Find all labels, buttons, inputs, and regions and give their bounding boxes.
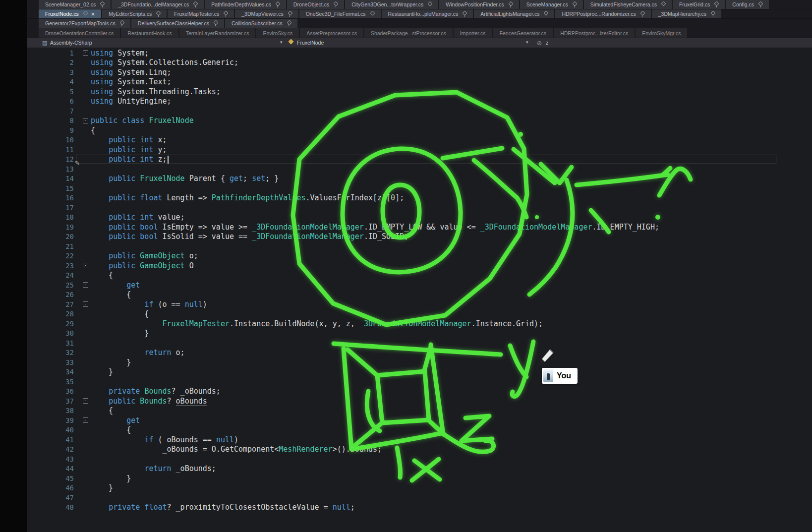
type-dropdown[interactable]: FruxelNode: [297, 40, 324, 46]
code-line[interactable]: 30 }: [27, 329, 812, 339]
code-line[interactable]: 23- public GameObject O: [27, 261, 812, 271]
code-line[interactable]: 18 public int value;: [27, 213, 812, 223]
code-line[interactable]: 24 {: [27, 271, 812, 281]
editor-tab[interactable]: Importer.cs: [454, 28, 492, 38]
editor-tab[interactable]: Generator2ExportMapTools.cs: [39, 19, 130, 28]
code-line[interactable]: 16 public float Length => PathfinderDept…: [27, 193, 812, 203]
code-line[interactable]: 27- if (o == null): [27, 299, 812, 309]
editor-tab[interactable]: HDRPPostproc...Randomizer.cs: [555, 9, 650, 18]
pin-icon[interactable]: [213, 20, 218, 26]
pin-icon[interactable]: [427, 1, 432, 7]
code-line[interactable]: 32 return o;: [27, 348, 812, 358]
pin-icon[interactable]: [508, 1, 513, 7]
code-line[interactable]: 13: [27, 164, 812, 174]
code-line[interactable]: 7: [27, 106, 812, 116]
code-editor[interactable]: 1-using System;2using System.Collections…: [27, 48, 812, 532]
editor-tab[interactable]: ShaderPackage...stProcessor.cs: [364, 28, 453, 38]
project-dropdown[interactable]: Assembly-CSharp: [50, 40, 92, 46]
pin-icon[interactable]: [275, 1, 280, 7]
editor-tab[interactable]: ArtificialLightsManager.cs: [474, 9, 554, 18]
editor-tab[interactable]: FruxelGrid.cs: [673, 0, 725, 9]
fold-collapse-icon[interactable]: -: [83, 301, 88, 307]
code-line[interactable]: 12✎ public int z;: [27, 155, 812, 165]
close-icon[interactable]: ×: [91, 11, 95, 17]
editor-tab[interactable]: SceneManager.cs: [520, 0, 583, 9]
editor-tab[interactable]: Config.cs: [726, 0, 769, 9]
fold-collapse-icon[interactable]: -: [83, 282, 88, 288]
code-line[interactable]: 37- public Bounds? oBounds: [27, 396, 812, 406]
editor-tab[interactable]: RestaurantHo...pleManager.cs: [382, 9, 473, 18]
pin-icon[interactable]: [543, 11, 548, 17]
code-line[interactable]: 11 public int y;: [27, 145, 812, 155]
pin-icon[interactable]: [119, 20, 124, 26]
editor-tab[interactable]: DroneObject.cs: [287, 0, 344, 9]
code-line[interactable]: 3using System.Linq;: [27, 67, 812, 77]
editor-tab[interactable]: FencesGenerator.cs: [493, 28, 553, 38]
editor-tab[interactable]: PathfinderDepthValues.cs: [205, 0, 286, 9]
editor-tab[interactable]: WindowPositionFinder.cs: [439, 0, 519, 9]
pin-icon[interactable]: [572, 1, 577, 7]
chevron-down-icon[interactable]: ▾: [526, 40, 528, 45]
code-line[interactable]: 25- get: [27, 280, 812, 290]
pin-icon[interactable]: [193, 1, 197, 7]
member-dropdown[interactable]: z: [546, 40, 548, 46]
editor-tab[interactable]: CollisionSubscriber.cs: [225, 19, 297, 28]
editor-tab[interactable]: _3DMapHierarchy.cs: [652, 9, 721, 18]
code-line[interactable]: 20 public bool IsSolid => value == _3DFo…: [27, 232, 812, 242]
editor-tab[interactable]: _3DMapViewer.cs: [235, 9, 298, 18]
pin-icon[interactable]: [83, 11, 87, 17]
code-line[interactable]: 9{: [27, 125, 812, 135]
editor-tab[interactable]: TerrainLayerRandomizer.cs: [179, 28, 256, 38]
pin-icon[interactable]: [287, 20, 291, 26]
code-line[interactable]: 19 public bool IsEmpty => value >= _3DFo…: [27, 222, 812, 232]
code-line[interactable]: 14 public FruxelNode Parent { get; set; …: [27, 174, 812, 184]
editor-tab[interactable]: SceneManager_02.cs: [39, 0, 111, 9]
code-line[interactable]: 36 private Bounds? _oBounds;: [27, 387, 812, 397]
editor-tab[interactable]: MyEditorScripts.cs: [102, 9, 167, 18]
pin-icon[interactable]: [462, 11, 466, 17]
fold-collapse-icon[interactable]: -: [83, 263, 88, 268]
code-line[interactable]: 8-public class FruxelNode: [27, 116, 812, 126]
code-line[interactable]: 43: [27, 454, 812, 464]
code-line[interactable]: 42 _oBounds = O.GetComponent<MeshRendere…: [27, 445, 812, 455]
chevron-down-icon[interactable]: ▾: [280, 40, 283, 45]
code-line[interactable]: 33 }: [27, 357, 812, 367]
code-line[interactable]: 35: [27, 377, 812, 387]
pin-icon[interactable]: [333, 1, 338, 7]
editor-tab[interactable]: CityGen3DGen...torWrapper.cs: [345, 0, 438, 9]
editor-tab[interactable]: AssetPreprocessor.cs: [300, 28, 363, 38]
editor-tab[interactable]: OneSec3D_FileFormat.cs: [299, 9, 381, 18]
code-line[interactable]: 29 FruxelMapTester.Instance.BuildNode(x,…: [27, 319, 812, 329]
fold-collapse-icon[interactable]: -: [83, 118, 88, 123]
code-line[interactable]: 48 private float? _proximityToClosestObs…: [27, 503, 812, 513]
pin-icon[interactable]: [661, 1, 665, 7]
code-line[interactable]: 44 return _oBounds;: [27, 464, 812, 474]
pin-icon[interactable]: [710, 11, 715, 17]
code-line[interactable]: 5using System.Threading.Tasks;: [27, 87, 812, 97]
code-line[interactable]: 38 {: [27, 406, 812, 416]
editor-tab[interactable]: RestaurantHook.cs: [121, 28, 178, 38]
code-line[interactable]: 17: [27, 203, 812, 213]
pin-icon[interactable]: [640, 11, 644, 17]
pin-icon[interactable]: [758, 1, 762, 7]
code-line[interactable]: 2using System.Collections.Generic;: [27, 58, 812, 68]
editor-tab[interactable]: HDRPPostproc...izerEditor.cs: [554, 28, 635, 38]
code-line[interactable]: 21: [27, 241, 812, 251]
code-line[interactable]: 26 {: [27, 290, 812, 300]
editor-tab[interactable]: EnviroSky.cs: [256, 28, 299, 38]
code-line[interactable]: 40 {: [27, 425, 812, 435]
code-line[interactable]: 4using System.Text;: [27, 77, 812, 87]
code-line[interactable]: 15: [27, 183, 812, 193]
editor-tab[interactable]: DeliverySurfaceClassHelper.cs: [131, 19, 224, 28]
code-line[interactable]: 28 {: [27, 309, 812, 319]
code-line[interactable]: 31: [27, 338, 812, 348]
pin-icon[interactable]: [100, 1, 104, 7]
code-line[interactable]: 47: [27, 493, 812, 503]
pin-icon[interactable]: [223, 11, 228, 17]
pin-icon[interactable]: [156, 11, 160, 17]
code-line[interactable]: 1-using System;: [27, 48, 812, 58]
fold-collapse-icon[interactable]: -: [83, 417, 88, 423]
fold-collapse-icon[interactable]: -: [83, 398, 88, 404]
code-line[interactable]: 39- get: [27, 415, 812, 425]
code-line[interactable]: 10 public int x;: [27, 135, 812, 145]
